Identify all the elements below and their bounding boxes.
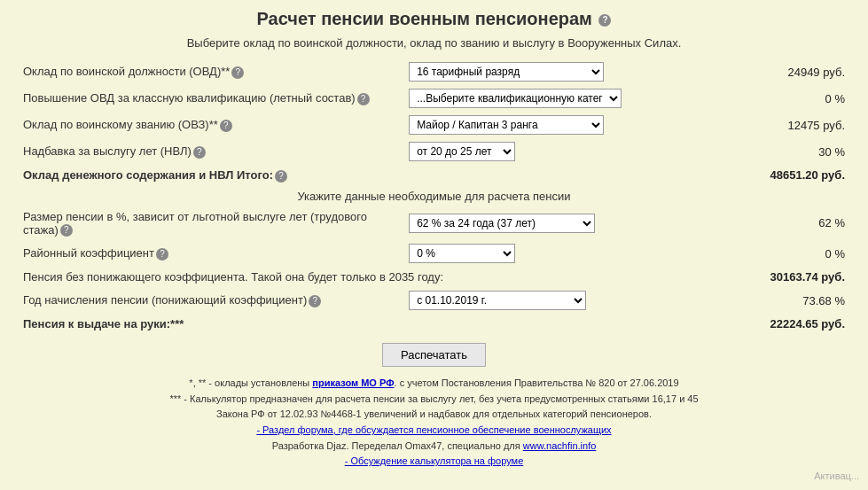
field-value-1: 24949 руб. <box>729 58 850 85</box>
nvl-select[interactable]: от 20 до 25 лет <box>409 142 515 161</box>
field-input-3[interactable]: Майор / Капитан 3 ранга <box>403 112 728 138</box>
total-row: Оклад денежного содержания и НВЛ Итого:?… <box>18 165 850 186</box>
activate-watermark: Активац... <box>814 471 859 481</box>
field5-help-icon[interactable]: ? <box>60 224 73 237</box>
field-label-5: Размер пенсии в %, зависит от льготной в… <box>18 206 403 241</box>
table-row: Районный коэффициент? 0 % 0 % <box>18 240 850 267</box>
field2-help-icon[interactable]: ? <box>357 93 370 105</box>
page-wrapper: Расчет пенсии военным пенсионерам ? Выбе… <box>0 0 868 490</box>
field-value-4: 30 % <box>729 138 850 165</box>
ovz-select[interactable]: Майор / Капитан 3 ранга <box>409 115 604 135</box>
form-table: Оклад по воинской должности (ОВД)**? 16 … <box>18 58 850 334</box>
footer-line1: *, ** - оклады установлены приказом МО Р… <box>18 376 850 392</box>
nachfin-link[interactable]: www.nachfin.info <box>523 440 597 451</box>
year-help-icon[interactable]: ? <box>309 295 321 307</box>
year-select[interactable]: с 01.10.2019 г. <box>409 291 586 310</box>
pension-label: Пенсия к выдаче на руки:*** <box>18 314 729 334</box>
pension-row: Пенсия к выдаче на руки:*** 22224.65 руб… <box>18 314 850 334</box>
pension-value: 22224.65 руб. <box>729 314 850 334</box>
footer-line3: Закона РФ от 12.02.93 №4468-1 увеличений… <box>18 407 850 423</box>
field-label-6: Районный коэффициент? <box>18 240 403 267</box>
total-spacer <box>403 165 728 186</box>
field-input-6[interactable]: 0 % <box>403 240 728 267</box>
subtitle: Выберите оклад по воинской должности, ок… <box>18 36 850 50</box>
field6-help-icon[interactable]: ? <box>156 248 168 261</box>
field1-help-icon[interactable]: ? <box>231 66 244 79</box>
field-input-1[interactable]: 16 тарифный разряд <box>403 58 728 85</box>
footer-line4: - Раздел форума, где обсуждается пенсион… <box>18 423 850 439</box>
field-input-4[interactable]: от 20 до 25 лет <box>403 138 728 165</box>
field-label-4: Надбавка за выслугу лет (НВЛ)? <box>18 138 403 165</box>
field-value-5: 62 % <box>729 206 850 241</box>
print-button[interactable]: Распечатать <box>382 343 486 367</box>
field-label-1: Оклад по воинской должности (ОВД)**? <box>18 58 403 85</box>
table-row: Год начисления пенсии (понижающий коэффи… <box>18 287 850 314</box>
title-help-icon[interactable]: ? <box>598 14 611 27</box>
forum-calc-link[interactable]: - Обсуждение калькулятора на форуме <box>345 455 524 466</box>
no-reduction-label: Пенсия без понижающего коэффициента. Так… <box>18 267 729 287</box>
total-label: Оклад денежного содержания и НВЛ Итого:? <box>18 165 403 186</box>
field-value-6: 0 % <box>729 240 850 267</box>
no-reduction-row: Пенсия без понижающего коэффициента. Так… <box>18 267 850 287</box>
field-label-2: Повышение ОВД за классную квалификацию (… <box>18 85 403 112</box>
page-title: Расчет пенсии военным пенсионерам ? <box>18 9 850 29</box>
section2-header-row: Укажите данные необходимые для расчета п… <box>18 186 850 206</box>
table-row: Оклад по воинскому званию (ОВЗ)**? Майор… <box>18 112 850 138</box>
ovd-class-select[interactable]: ...Выберите квалификационную категорию <box>409 89 622 108</box>
footer-line6: - Обсуждение калькулятора на форуме <box>18 454 850 470</box>
region-coef-select[interactable]: 0 % <box>409 244 515 263</box>
field3-help-icon[interactable]: ? <box>220 120 232 132</box>
field-label-3: Оклад по воинскому званию (ОВЗ)**? <box>18 112 403 138</box>
table-row: Размер пенсии в %, зависит от льготной в… <box>18 206 850 241</box>
print-button-container: Распечатать <box>18 343 850 367</box>
footer-line5: Разработка Djaz. Переделал Omax47, специ… <box>18 439 850 455</box>
no-reduction-value: 30163.74 руб. <box>729 267 850 287</box>
total-value: 48651.20 руб. <box>729 165 850 186</box>
field4-help-icon[interactable]: ? <box>193 146 206 159</box>
footer-section: *, ** - оклады установлены приказом МО Р… <box>18 376 850 470</box>
field-value-3: 12475 руб. <box>729 112 850 138</box>
footer-line2: *** - Калькулятор предназначен для расче… <box>18 392 850 408</box>
ovd-select[interactable]: 16 тарифный разряд <box>409 62 604 82</box>
year-field-input[interactable]: с 01.10.2019 г. <box>403 287 728 314</box>
year-field-label: Год начисления пенсии (понижающий коэффи… <box>18 287 403 314</box>
forum-pension-link[interactable]: - Раздел форума, где обсуждается пенсион… <box>256 424 611 435</box>
title-text: Расчет пенсии военным пенсионерам <box>257 9 592 28</box>
field-value-2: 0 % <box>729 85 850 112</box>
decree-link[interactable]: приказом МО РФ <box>312 377 394 388</box>
year-field-value: 73.68 % <box>729 287 850 314</box>
table-row: Оклад по воинской должности (ОВД)**? 16 … <box>18 58 850 85</box>
field-input-5[interactable]: 62 % за 24 года (37 лет) <box>403 206 728 241</box>
pension-percent-select[interactable]: 62 % за 24 года (37 лет) <box>409 214 595 233</box>
field-input-2[interactable]: ...Выберите квалификационную категорию <box>403 85 728 112</box>
table-row: Повышение ОВД за классную квалификацию (… <box>18 85 850 112</box>
section2-header: Укажите данные необходимые для расчета п… <box>18 186 850 206</box>
table-row: Надбавка за выслугу лет (НВЛ)? от 20 до … <box>18 138 850 165</box>
total-help-icon[interactable]: ? <box>275 170 287 183</box>
